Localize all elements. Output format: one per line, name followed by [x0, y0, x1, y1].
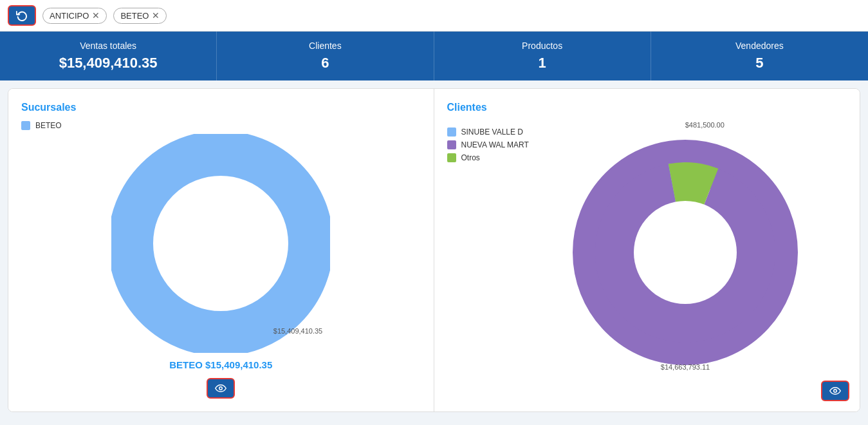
pie-segments [595, 162, 775, 343]
top-bar: ANTICIPO ✕ BETEO ✕ [0, 0, 868, 32]
stat-productos-value: 1 [447, 55, 638, 71]
sinube-label: SINUBE VALLE D [461, 128, 523, 137]
legend-nueva-walmart: NUEVA WAL MART [447, 140, 550, 149]
svg-point-1 [176, 198, 266, 288]
otros-color [447, 153, 456, 162]
nueva-walmart-label: NUEVA WAL MART [461, 140, 529, 149]
sucursales-title: Sucursales [21, 102, 421, 113]
svg-text:$14,663,793.11: $14,663,793.11 [660, 363, 709, 371]
legend-sinube: SINUBE VALLE D [447, 128, 550, 137]
clientes-panel: Clientes SINUBE VALLE D NUEVA WAL MART O… [434, 89, 860, 411]
beteo-legend-label: BETEO [35, 121, 62, 130]
beteo-color-swatch [21, 121, 30, 130]
filter-beteo-close[interactable]: ✕ [152, 11, 160, 20]
svg-point-5 [634, 201, 737, 304]
sucursales-donut-svg: $15,409,410.35 [111, 134, 330, 353]
filter-anticipo-label: ANTICIPO [50, 11, 89, 21]
nueva-walmart-color [447, 140, 456, 149]
stat-productos: Productos 1 [434, 32, 651, 80]
stat-ventas-value: $15,409,410.35 [13, 55, 203, 71]
legend-otros: Otros [447, 153, 550, 162]
svg-point-7 [834, 390, 837, 393]
sucursales-legend-beteo: BETEO [21, 121, 421, 130]
sucursales-eye-button[interactable] [207, 378, 235, 399]
stats-row: Ventas totales $15,409,410.35 Clientes 6… [0, 32, 868, 80]
clientes-donut-wrapper: $481,500.00 [563, 121, 847, 377]
svg-point-3 [219, 387, 223, 390]
stat-clientes: Clientes 6 [217, 32, 434, 80]
clientes-donut-svg: $14,663,793.11 [563, 130, 808, 375]
stat-vendedores-value: 5 [664, 55, 855, 71]
sucursales-donut-container: $15,409,410.35 [111, 134, 330, 353]
clientes-title: Clientes [447, 102, 847, 113]
filter-anticipo-close[interactable]: ✕ [92, 11, 100, 20]
stat-productos-label: Productos [447, 41, 638, 51]
stat-ventas-label: Ventas totales [13, 41, 203, 51]
stat-vendedores-label: Vendedores [664, 41, 855, 51]
sinube-color [447, 128, 456, 137]
clientes-eye-button[interactable] [821, 381, 849, 401]
clientes-top-label: $481,500.00 [563, 121, 847, 129]
sucursales-panel: Sucursales BETEO $15,409,410.35 BETEO $1… [8, 89, 434, 411]
clientes-legend: SINUBE VALLE D NUEVA WAL MART Otros [447, 121, 550, 166]
filter-beteo-label: BETEO [120, 11, 149, 21]
filter-anticipo[interactable]: ANTICIPO ✕ [42, 8, 107, 24]
stat-clientes-label: Clientes [230, 41, 420, 51]
charts-row: Sucursales BETEO $15,409,410.35 BETEO $1… [8, 88, 860, 412]
stat-vendedores: Vendedores 5 [651, 32, 868, 80]
sucursales-bottom-label: BETEO $15,409,410.35 [21, 359, 421, 370]
otros-label: Otros [461, 153, 480, 162]
svg-text:$15,409,410.35: $15,409,410.35 [273, 327, 322, 335]
filter-beteo[interactable]: BETEO ✕ [113, 8, 167, 24]
reset-button[interactable] [8, 5, 36, 26]
stat-clientes-value: 6 [230, 55, 420, 71]
stat-ventas-totales: Ventas totales $15,409,410.35 [0, 32, 217, 80]
